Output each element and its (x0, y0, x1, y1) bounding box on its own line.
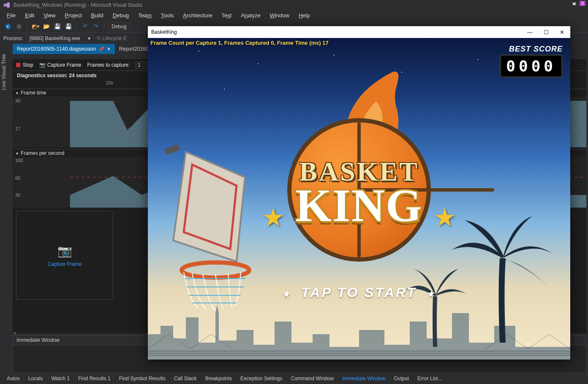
frame-overlay-text: Frame Count per Capture 1, Frames Captur… (150, 40, 329, 46)
open-file-button[interactable]: 📂 (42, 22, 51, 31)
tab-immediate-window[interactable]: Immediate Window (339, 375, 389, 382)
game-window: BasketKing — ☐ ✕ Frame Count per Capture… (148, 26, 570, 360)
pin-icon[interactable]: 📌 (98, 46, 104, 52)
redo-button[interactable]: ↷ (91, 22, 101, 31)
tab-label: Report20160505-1140.diagsession (17, 46, 96, 52)
star-icon: ★ (427, 289, 436, 298)
menu-window[interactable]: Window (266, 11, 294, 19)
window-title: BasketKing_Windows (Running) - Microsoft… (14, 2, 142, 8)
game-titlebar[interactable]: BasketKing — ☐ ✕ (148, 26, 570, 38)
menu-help[interactable]: Help (294, 11, 314, 19)
notification-count-badge[interactable]: 3 (580, 1, 585, 6)
tap-to-start[interactable]: ★ TAP TO START ★ (278, 285, 440, 300)
logo-text: BASKET KING (270, 156, 448, 233)
tap-to-start-label: TAP TO START (301, 285, 417, 300)
tab-error-list[interactable]: Error List... (414, 375, 446, 382)
best-score-value: 0000 (500, 54, 563, 78)
menu-tools[interactable]: Tools (157, 11, 178, 19)
menu-debug[interactable]: Debug (109, 11, 133, 19)
close-icon[interactable]: ✕ (107, 46, 111, 52)
nav-back-button[interactable] (3, 22, 13, 31)
svg-rect-7 (164, 144, 180, 155)
vs-logo-icon (3, 2, 10, 8)
tab-exception-settings[interactable]: Exception Settings (237, 375, 286, 382)
tab-autos[interactable]: Autos (3, 375, 23, 382)
process-dropdown[interactable]: [9660] BasketKing.exe (27, 35, 93, 42)
window-controls: — ☐ ✕ (525, 29, 567, 35)
ruler-tick-10s: 10s (106, 80, 113, 85)
game-canvas[interactable]: Frame Count per Capture 1, Frames Captur… (148, 38, 570, 360)
menu-edit[interactable]: Edit (21, 11, 38, 19)
best-score-label: BEST SCORE (500, 45, 563, 54)
maximize-button[interactable]: ☐ (541, 29, 551, 35)
frames-to-capture-label: Frames to capture: (87, 62, 130, 68)
game-window-title: BasketKing (151, 29, 177, 35)
best-score-panel: BEST SCORE 0000 (500, 45, 563, 78)
minimize-button[interactable]: — (525, 29, 535, 35)
star-icon: ★ (282, 289, 291, 298)
basketball-hoop (152, 143, 262, 314)
vs-titlebar: BasketKing_Windows (Running) - Microsoft… (0, 0, 588, 10)
camera-icon: 📷 (57, 244, 72, 258)
stop-button[interactable]: Stop (16, 62, 33, 68)
menu-bar: File Edit View Project Build Debug Team … (0, 10, 588, 20)
palm-tree-icon (401, 262, 469, 347)
svg-point-0 (5, 24, 11, 30)
menu-view[interactable]: View (39, 11, 60, 19)
menu-test[interactable]: Test (218, 11, 236, 19)
undo-button[interactable]: ↶ (80, 22, 90, 31)
menu-file[interactable]: File (3, 11, 20, 19)
tab-locals[interactable]: Locals (25, 375, 46, 382)
tab-find-symbol[interactable]: Find Symbol Results (116, 375, 169, 382)
process-label: Process: (3, 35, 23, 41)
capture-frame-label: Capture Frame (48, 261, 82, 267)
menu-architecture[interactable]: Architecture (179, 11, 216, 19)
tab-command-window[interactable]: Command Window (288, 375, 337, 382)
save-button[interactable]: 💾 (53, 22, 62, 31)
tab-breakpoints[interactable]: Breakpoints (202, 375, 235, 382)
tab-report-active[interactable]: Report20160505-1140.diagsession 📌 ✕ (13, 44, 115, 54)
game-logo: ★ ★ BASKET KING (287, 118, 431, 262)
tab-call-stack[interactable]: Call Stack (171, 375, 200, 382)
capture-frame-button[interactable]: 📷Capture Frame (39, 62, 82, 68)
save-all-button[interactable]: 💾 (64, 22, 73, 31)
menu-analyze[interactable]: Analyze (237, 11, 264, 19)
nav-forward-button (14, 22, 24, 31)
tab-find-results[interactable]: Find Results 1 (75, 375, 114, 382)
bottom-tool-tabs: Autos Locals Watch 1 Find Results 1 Find… (0, 373, 588, 384)
tab-watch1[interactable]: Watch 1 (48, 375, 73, 382)
svg-point-1 (16, 24, 22, 30)
menu-build[interactable]: Build (87, 11, 108, 19)
notification-flag-icon[interactable] (572, 2, 578, 9)
capture-frame-panel[interactable]: 📷 Capture Frame (16, 211, 113, 300)
live-visual-tree-tab[interactable]: Live Visual Tree (0, 51, 8, 93)
menu-project[interactable]: Project (60, 11, 86, 19)
solution-config-dropdown[interactable]: Debug (108, 22, 130, 31)
menu-team[interactable]: Team (134, 11, 156, 19)
close-button[interactable]: ✕ (557, 29, 567, 35)
new-project-button[interactable]: ◩▾ (31, 22, 40, 31)
logo-king-text: KING (270, 179, 448, 233)
tab-output[interactable]: Output (390, 375, 412, 382)
lifecycle-events-button[interactable]: ↻ Lifecycle E (97, 35, 127, 41)
